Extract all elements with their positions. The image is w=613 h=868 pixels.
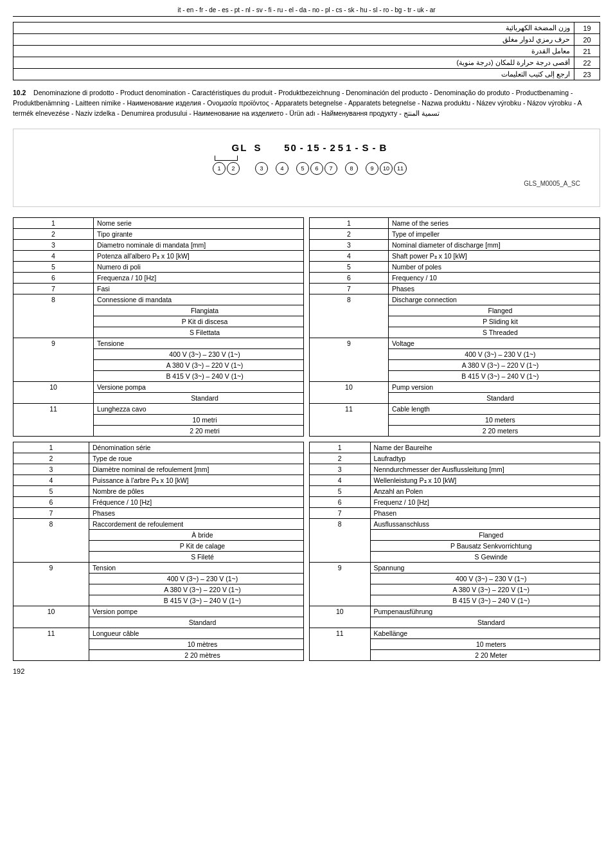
row-subtext: P Kit de calage [89,541,303,552]
row-text: Potenza all'albero P₂ x 10 [kW] [94,251,304,262]
section-label: 10.2 [13,89,26,96]
row-text: Type de roue [89,453,303,464]
row-num: 10 [13,382,94,404]
table-row: 6Frequenz / 10 [Hz] [310,497,600,508]
row-num: 1 [310,442,371,453]
table-row: 8Raccordement de refoulement [13,519,304,530]
code-1: 1 [346,142,352,153]
row-num: 9 [310,563,371,606]
row-num: 5 [310,486,371,497]
language-list: it - en - fr - de - es - pt - nl - sv - … [177,6,435,14]
row-text: Voltage [388,338,600,349]
table-row: 3Diamètre nominal de refoulement [mm] [13,464,304,475]
row-text: Dénomination série [89,442,303,453]
row-num: 23 [574,69,600,80]
row-subtext: A 380 V (3~) – 220 V (1~) [388,360,600,371]
circle-7: 7 [324,162,337,175]
row-text: Pump version [388,382,600,393]
table-row: 2Type de roue [13,453,304,464]
row-subtext: B 415 V (3~) – 240 V (1~) [370,595,600,606]
row-text: Nenndurchmesser der Ausflussleitung [mm] [370,464,600,475]
code-dash3: - [355,142,360,153]
row-subtext: B 415 V (3~) – 240 V (1~) [94,371,304,382]
table-row: 9Spannung [310,563,600,574]
row-num: 8 [13,294,94,338]
row-num: 8 [310,294,389,338]
row-subtext: Standard [370,617,600,628]
table-row: 5Numero di poli [13,262,304,273]
table-row: 4Potenza all'albero P₂ x 10 [kW] [13,251,304,262]
row-subtext: Flanged [370,530,600,541]
row-num: 8 [13,519,89,563]
row-num: 3 [310,464,371,475]
row-text: Fasi [94,284,304,294]
row-text: Discharge connection [388,294,600,305]
table-row: 1Name der Baureihe [310,442,600,453]
table-row: 1Name of the series [310,218,600,229]
table-row: 11Lunghezza cavo [13,404,304,415]
row-num: 9 [13,338,94,382]
code-gl: GL [232,142,248,153]
row-num: 10 [13,606,89,628]
row-num: 20 [574,34,600,46]
row-text: Pumpenausführung [370,606,600,617]
row-num: 11 [13,628,89,661]
row-subtext: A 380 V (3~) – 220 V (1~) [94,360,304,371]
row-subtext: Standard [94,393,304,404]
row-num: 22 [574,57,600,69]
table-row: 2Type of impeller [310,229,600,240]
row-subtext: 400 V (3~) – 230 V (1~) [89,574,303,584]
row-subtext: 10 meters [388,415,600,426]
table-row: 9Tensione [13,338,304,349]
row-subtext: B 415 V (3~) – 240 V (1~) [89,595,303,606]
table-row: 8Ausflussanschluss [310,519,600,530]
row-num: 9 [310,338,389,382]
arabic-row: 22أقصى درجة حرارة للمكان (درجة منوية) [13,57,600,69]
row-num: 6 [13,273,94,284]
code-s: S [254,142,262,153]
row-text: Laufradtyp [370,453,600,464]
code-dash4: - [373,142,377,153]
row-subtext: A 380 V (3~) – 220 V (1~) [89,584,303,595]
row-text: Nome serie [94,218,304,229]
row-subtext: P Kit di discesa [94,316,304,327]
row-num: 4 [13,475,89,486]
table-row: 3Diametro nominale di mandata [mm] [13,240,304,251]
row-num: 1 [13,442,89,453]
circle-11: 11 [394,162,407,175]
row-text: Diametro nominale di mandata [mm] [94,240,304,251]
row-text: Numero di poli [94,262,304,273]
code-15: 15 [307,142,321,153]
row-text: Diamètre nominal de refoulement [mm] [89,464,303,475]
row-text: Phases [89,508,303,519]
row-subtext: 400 V (3~) – 230 V (1~) [94,349,304,360]
row-text: Name der Baureihe [370,442,600,453]
table-row: 5Number of poles [310,262,600,273]
section-text: Denominazione di prodotto - Product deno… [13,89,582,117]
row-num: 1 [310,218,389,229]
row-num: 3 [310,240,389,251]
table-row: 5Anzahl an Polen [310,486,600,497]
row-subtext: 2 20 Meter [370,650,600,661]
table-row: 6Fréquence / 10 [Hz] [13,497,304,508]
row-subtext: 10 meters [370,639,600,650]
row-num: 5 [13,262,94,273]
row-num: 5 [310,262,389,273]
row-subtext: Flangiata [94,305,304,316]
product-code-diagram: GL S 50 - 15 - 2 5 1 - S - B 1 2 [13,129,600,207]
code-b: B [380,142,388,153]
german-table: 1Name der Baureihe2Laufradtyp3Nenndurchm… [309,442,600,661]
table-row: 10Pumpenausführung [310,606,600,617]
table-row: 11Cable length [310,404,600,415]
row-num: 10 [310,606,371,628]
row-num: 19 [574,23,600,34]
row-subtext: S Gewinde [370,552,600,563]
code-2: 2 [330,142,337,153]
circle-1: 1 [213,162,226,175]
table-row: 7Phases [13,508,304,519]
arabic-row: 20حرف رمزي لدوار مغلق [13,34,600,46]
row-subtext: Flanged [388,305,600,316]
row-text: Versione pompa [94,382,304,393]
code-dash2: - [323,142,328,153]
row-num: 1 [13,218,94,229]
